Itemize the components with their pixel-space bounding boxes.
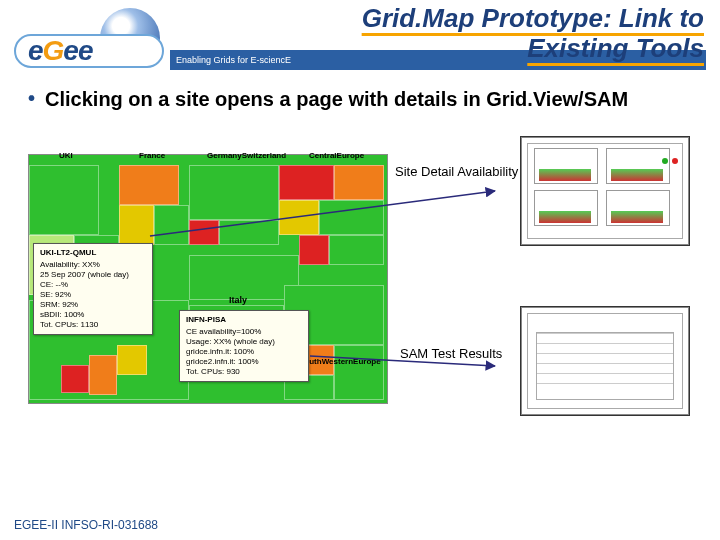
region-label: France	[139, 151, 165, 160]
treemap-cell	[189, 220, 219, 245]
gridmap-treemap: UKI France GermanySwitzerland CentralEur…	[28, 154, 388, 404]
treemap-cell	[154, 205, 189, 245]
table-row	[537, 373, 673, 383]
region-label-sweurope: SouthWesternEurope	[299, 357, 381, 366]
treemap-cell	[279, 165, 334, 200]
slide-body: • Clicking on a site opens a page with d…	[0, 76, 720, 490]
thumbnail-site-detail	[520, 136, 690, 246]
site-tooltip-pisa: INFN-PISA CE availability=100% Usage: XX…	[179, 310, 309, 382]
logo-bar: eGee	[14, 34, 164, 68]
table-row	[537, 383, 673, 393]
treemap-cell	[119, 205, 154, 245]
table-row	[537, 333, 673, 343]
table-row	[537, 353, 673, 363]
treemap-cell	[189, 165, 279, 220]
treemap-cell	[219, 220, 279, 245]
region-labels: UKI France GermanySwitzerland CentralEur…	[29, 151, 387, 165]
thumbnail-sam-results	[520, 306, 690, 416]
bullet-dot-icon: •	[28, 88, 35, 111]
treemap-cell	[189, 255, 299, 300]
treemap-cell	[61, 365, 89, 393]
bullet-text: • Clicking on a site opens a page with d…	[28, 88, 702, 111]
region-label-italy: Italy	[229, 295, 247, 305]
region-label: UKI	[59, 151, 73, 160]
mini-chart	[534, 148, 598, 184]
treemap-cell	[319, 200, 384, 235]
status-dots	[662, 150, 678, 168]
treemap-cell	[329, 235, 384, 265]
mini-chart	[606, 148, 670, 184]
treemap-cell	[334, 345, 384, 400]
treemap-cell	[29, 165, 99, 235]
logo-text: eGee	[28, 35, 93, 67]
footer-text: EGEE-II INFSO-RI-031688	[14, 518, 158, 532]
caption-sam: SAM Test Results	[400, 346, 502, 361]
treemap-cell	[279, 200, 319, 235]
treemap-cell	[334, 165, 384, 200]
treemap-cell	[119, 165, 179, 205]
slide-title: Grid.Map Prototype: Link to Existing Too…	[362, 4, 704, 64]
treemap-cell	[299, 235, 329, 265]
mini-chart	[534, 190, 598, 226]
slide-header: eGee Enabling Grids for E-sciencE Grid.M…	[0, 0, 720, 76]
table-row	[537, 363, 673, 373]
region-label: CentralEurope	[309, 151, 364, 160]
table-row	[537, 343, 673, 353]
sam-table	[536, 332, 674, 400]
mini-chart	[606, 190, 670, 226]
region-label: GermanySwitzerland	[207, 151, 286, 160]
site-tooltip-qmul: UKI-LT2-QMUL Availability: XX% 25 Sep 20…	[33, 243, 153, 335]
treemap-cell	[89, 355, 117, 395]
caption-detail: Site Detail Availability	[395, 164, 518, 179]
egee-logo: eGee	[14, 6, 164, 66]
treemap-cell	[117, 345, 147, 375]
